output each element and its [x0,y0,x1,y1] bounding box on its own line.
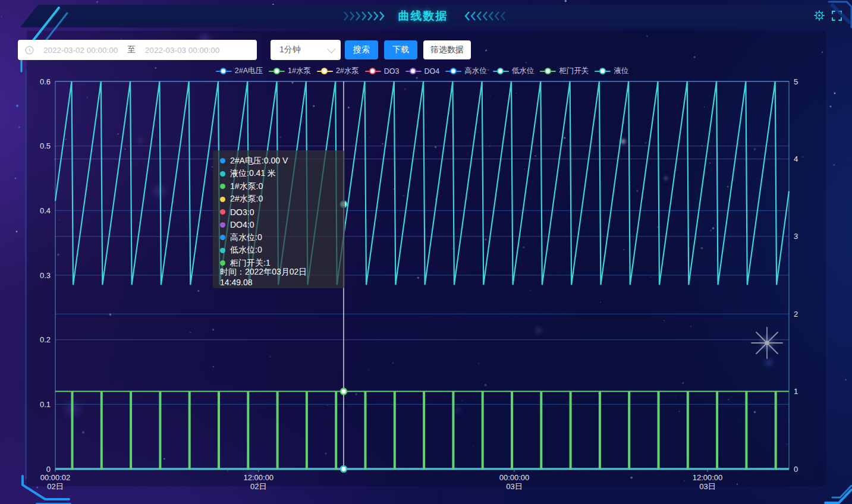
tooltip-series-value: 1#水泵:0 [230,181,263,192]
tooltip-item: 2#水泵:0 [220,193,338,206]
legend-item-低水位[interactable]: 低水位 [493,66,535,76]
star-dot [848,160,849,160]
tooltip-series-value: DO3:0 [230,207,254,217]
chart-tooltip: 2#A电压:0.00 V液位:0.41 米1#水泵:02#水泵:0DO3:0DO… [213,150,345,288]
date-separator: 至 [127,45,136,55]
tooltip-time: 时间：2022年03月02日 14:49.08 [220,271,338,284]
legend-item-2#A电压[interactable]: 2#A电压 [216,66,263,76]
tooltip-item: 液位:0.41 米 [220,168,338,181]
legend-item-DO4[interactable]: DO4 [405,67,440,75]
legend-label: DO4 [425,67,440,75]
legend-item-DO3[interactable]: DO3 [365,67,400,75]
tooltip-series-value: 高水位:0 [230,232,262,243]
tooltip-series-dot [220,260,225,266]
tooltip-series-dot [220,248,225,253]
tooltip-series-value: 低水位:0 [230,245,262,256]
tooltip-series-value: 液位:0.41 米 [230,168,276,179]
star-dot [833,164,835,166]
legend-item-液位[interactable]: 液位 [595,66,628,76]
tooltip-series-dot [220,222,225,228]
legend-label: DO3 [384,67,400,75]
tooltip-item: DO4:0 [220,219,338,232]
tooltip-series-value: DO4:0 [230,220,254,229]
star-dot [845,379,846,380]
content-panel [27,31,826,486]
tooltip-series-dot [220,197,225,202]
legend-label: 2#A电压 [235,66,263,76]
star-dot [96,1,98,3]
download-button[interactable]: 下载 [384,40,417,59]
legend-label: 柜门开关 [559,66,589,76]
star-dot [414,489,414,489]
date-range-input[interactable]: 2022-03-02 00:00:00 至 2022-03-03 00:00:0… [18,40,257,60]
star-dot [16,231,18,232]
date-start-value: 2022-03-02 00:00:00 [43,46,118,55]
search-button[interactable]: 搜索 [345,40,378,59]
legend-label: 低水位 [512,66,535,76]
legend-marker-icon [595,67,611,75]
legend-item-2#水泵[interactable]: 2#水泵 [317,66,359,76]
tooltip-series-dot [220,235,225,240]
tooltip-series-dot [220,158,225,163]
legend-marker-icon [216,67,232,75]
date-end-value: 2022-03-03 00:00:00 [145,46,219,55]
page-title: 曲线数据 [398,8,448,24]
star-dot [829,105,831,107]
interval-select-value: 1分钟 [279,45,301,55]
legend-label: 2#水泵 [336,66,359,76]
star-dot [834,93,836,94]
star-dot [37,487,38,488]
tooltip-item: 2#A电压:0.00 V [220,155,338,168]
tooltip-item: DO3:0 [220,206,338,219]
header-title-group: 曲线数据 [0,5,852,27]
clock-icon [25,46,34,55]
chevron-down-icon [327,45,335,53]
gear-icon[interactable] [814,10,825,21]
tooltip-item: 1#水泵:0 [220,180,338,193]
star-dot [18,127,20,128]
chevrons-left-icon [344,11,388,21]
legend-label: 高水位 [464,66,487,76]
star-dot [565,0,567,2]
tooltip-item: 高水位:0 [220,231,338,244]
legend-marker-icon [540,67,556,75]
legend-marker-icon [317,67,333,75]
tooltip-series-dot [220,209,225,215]
tooltip-series-dot [220,171,225,177]
tooltip-item: 低水位:0 [220,244,338,257]
filter-data-button[interactable]: 筛选数据 [423,40,471,59]
legend-item-1#水泵[interactable]: 1#水泵 [269,66,311,76]
legend-marker-icon [445,67,461,75]
tooltip-series-value: 2#水泵:0 [230,194,263,204]
legend-label: 液位 [614,66,628,76]
legend-marker-icon [405,67,422,75]
interval-select[interactable]: 1分钟 [271,40,341,60]
tooltip-series-dot [220,184,225,189]
legend-marker-icon [269,67,285,75]
legend-marker-icon [493,67,509,75]
legend-item-高水位[interactable]: 高水位 [445,66,487,76]
legend-item-柜门开关[interactable]: 柜门开关 [540,66,589,76]
tooltip-series-value: 2#A电压:0.00 V [230,156,288,166]
chevrons-right-icon [459,11,509,21]
legend-label: 1#水泵 [288,66,311,76]
chart-legend: 2#A电压1#水泵2#水泵DO3DO4高水位低水位柜门开关液位 [55,66,789,76]
legend-marker-icon [365,67,381,75]
fullscreen-icon[interactable] [832,11,842,21]
